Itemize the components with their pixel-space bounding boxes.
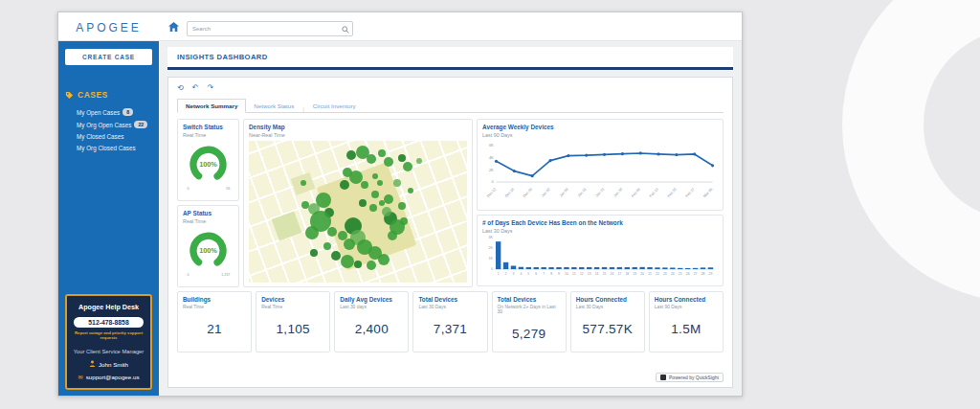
- search-icon[interactable]: [342, 20, 349, 37]
- visual-title: Switch Status: [183, 124, 234, 131]
- panel-footer: Powered by QuickSight: [177, 373, 724, 382]
- svg-text:Jan 09: Jan 09: [559, 188, 568, 198]
- svg-text:18: 18: [625, 272, 629, 276]
- tab-network-status[interactable]: Network Status: [246, 100, 301, 112]
- svg-text:100%: 100%: [199, 247, 217, 256]
- switch-status-card: Switch Status Real Time 100%056: [177, 119, 239, 201]
- kpi-value: 2,400: [340, 322, 403, 336]
- envelope-icon: ✉: [78, 374, 82, 380]
- svg-text:Feb 06: Feb 06: [631, 188, 641, 198]
- svg-text:9: 9: [558, 272, 560, 276]
- sidebar-item-my-org-closed-cases[interactable]: My Org Closed Cases: [65, 145, 152, 151]
- kpi-value: 1.5M: [655, 322, 718, 336]
- svg-text:21: 21: [648, 272, 652, 276]
- topbar: APOGEE: [58, 12, 742, 41]
- svg-text:4: 4: [520, 272, 522, 276]
- svg-text:2K: 2K: [489, 246, 494, 250]
- svg-text:26: 26: [686, 272, 690, 276]
- svg-text:6K: 6K: [489, 143, 494, 148]
- svg-text:7: 7: [543, 272, 545, 276]
- svg-text:Dec 12: Dec 12: [486, 188, 497, 198]
- svg-text:Feb 27: Feb 27: [685, 188, 696, 198]
- open-cases-badge: 8: [122, 108, 133, 116]
- density-bubble: [361, 181, 368, 189]
- powered-by-quicksight[interactable]: Powered by QuickSight: [656, 373, 724, 382]
- cases-tag-icon: [65, 86, 74, 103]
- svg-text:11: 11: [572, 272, 576, 276]
- service-manager-name-row: John Smith: [72, 360, 145, 368]
- density-map-card: Density Map Near-Real Time: [243, 119, 473, 287]
- refresh-icon[interactable]: ⟲: [177, 84, 184, 92]
- switch-status-gauge[interactable]: 100%056: [183, 138, 234, 196]
- svg-text:1,237: 1,237: [221, 273, 230, 277]
- support-email-row[interactable]: ✉ support@apogee.us: [72, 374, 145, 380]
- kpi-value: 21: [183, 322, 246, 336]
- redo-icon[interactable]: ↷: [207, 84, 213, 92]
- sheet-tabs: Network Summary Network Status | Circuit…: [177, 98, 724, 113]
- help-desk-card: Apogee Help Desk 512-478-8858 Report out…: [65, 294, 152, 390]
- svg-text:3K: 3K: [489, 236, 494, 239]
- svg-text:0: 0: [188, 187, 189, 191]
- density-bubble: [359, 199, 367, 207]
- svg-text:Feb 13: Feb 13: [649, 188, 659, 198]
- kpi-title: Devices: [261, 296, 324, 304]
- days-on-network-bar-chart[interactable]: 01K2K3K123456789101112131415161718192021…: [482, 234, 718, 282]
- sidebar-item-my-org-open-cases[interactable]: My Org Open Cases 22: [65, 121, 152, 128]
- apogee-logo: APOGEE: [76, 21, 142, 34]
- density-bubble: [354, 261, 362, 268]
- search-input[interactable]: [187, 21, 353, 36]
- svg-text:4K: 4K: [489, 155, 494, 160]
- dashboard-panel: ⟲ ↶ ↷ Network Summary Network Status | C…: [167, 77, 733, 388]
- svg-text:56: 56: [226, 187, 230, 191]
- kpi-title: Total Devices: [418, 296, 481, 304]
- density-map[interactable]: [249, 141, 467, 283]
- help-desk-phone-button[interactable]: 512-478-8858: [74, 317, 144, 328]
- svg-text:Jan 30: Jan 30: [613, 188, 623, 198]
- visual-title: Density Map: [249, 124, 467, 131]
- tab-network-summary[interactable]: Network Summary: [177, 99, 246, 113]
- create-case-button[interactable]: CREATE CASE: [65, 49, 152, 65]
- kpi-value: 577.57K: [576, 322, 639, 336]
- svg-text:27: 27: [694, 272, 698, 276]
- cases-section-header: CASES: [65, 86, 152, 103]
- svg-text:2: 2: [505, 272, 507, 276]
- sidebar-item-label: My Org Open Cases: [77, 122, 131, 128]
- density-bubble: [382, 207, 391, 216]
- density-bubble: [341, 255, 354, 268]
- svg-text:3: 3: [513, 272, 515, 276]
- undo-icon[interactable]: ↶: [192, 84, 199, 92]
- density-bubble: [327, 227, 337, 237]
- kpi-title: Daily Avg Devices: [340, 296, 403, 304]
- sidebar-item-label: My Open Cases: [77, 109, 120, 116]
- svg-text:13: 13: [588, 272, 591, 276]
- help-desk-note: Report outage and priority support reque…: [72, 330, 145, 340]
- kpi-row: Buildings Real Time 21 Devices Real Time…: [177, 291, 724, 352]
- sidebar: CREATE CASE CASES My Open Cases 8 My Org…: [58, 41, 159, 396]
- sidebar-item-label: My Org Closed Cases: [77, 145, 136, 151]
- decorative-ring: [842, 0, 980, 302]
- kpi-subtitle: Last 30 Days: [576, 305, 639, 309]
- kpi-title: Total Devices: [498, 296, 561, 304]
- sidebar-item-my-open-cases[interactable]: My Open Cases 8: [65, 108, 152, 116]
- svg-text:Feb 20: Feb 20: [667, 188, 678, 198]
- help-desk-title: Apogee Help Desk: [72, 303, 145, 311]
- svg-text:Mar 06: Mar 06: [703, 188, 714, 198]
- svg-text:10: 10: [565, 272, 568, 276]
- density-bubble: [331, 251, 341, 261]
- svg-text:22: 22: [656, 272, 659, 276]
- ap-status-gauge[interactable]: 100%01,237: [183, 224, 234, 283]
- svg-text:14: 14: [595, 272, 599, 276]
- kpi-buildings: Buildings Real Time 21: [177, 291, 252, 352]
- sidebar-item-my-closed-cases[interactable]: My Closed Cases: [65, 133, 152, 140]
- svg-text:12: 12: [580, 272, 584, 276]
- density-bubble: [367, 261, 376, 270]
- support-email: support@apogee.us: [86, 374, 140, 380]
- density-bubble: [408, 188, 413, 193]
- home-icon[interactable]: [168, 22, 179, 32]
- weekly-devices-line-chart[interactable]: 02K4K6KDec 12Dec 19Dec 26Jan 02Jan 09Jan…: [482, 138, 718, 206]
- visuals-grid: Switch Status Real Time 100%056 AP Statu…: [177, 119, 724, 287]
- tab-circuit-inventory[interactable]: Circuit Inventory: [305, 100, 364, 112]
- kpi-total-devices-30d: Total Devices Last 30 Days 7,371: [412, 291, 487, 352]
- powered-by-label: Powered by QuickSight: [669, 375, 719, 380]
- svg-text:20: 20: [640, 272, 644, 276]
